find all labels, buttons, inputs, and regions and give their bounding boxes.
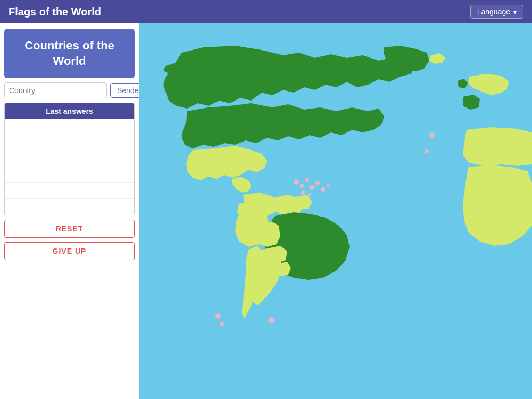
answers-list [5, 119, 134, 215]
input-row: Senden [4, 82, 135, 98]
caribbean-dot [321, 187, 325, 192]
caribbean-dot [327, 184, 330, 187]
chevron-down-icon [513, 7, 517, 16]
bolivia [259, 221, 280, 247]
atlantic-island [429, 132, 435, 138]
list-item [5, 183, 134, 199]
reset-button[interactable]: RESET [4, 220, 135, 238]
caribbean-dot [301, 190, 305, 195]
island-dot [220, 322, 224, 326]
last-answers-header: Last answers [5, 103, 134, 119]
app-header: Flags of the World Language [0, 0, 532, 23]
language-label: Language [477, 7, 510, 16]
caribbean-dot [315, 181, 320, 185]
list-item [5, 135, 134, 151]
africa-right [463, 165, 532, 246]
island-dot [215, 313, 221, 319]
atlantic-island [425, 149, 429, 153]
quiz-title: Countries of the World [4, 29, 135, 78]
map-svg [139, 23, 532, 399]
list-item [5, 119, 134, 135]
caribbean-dot [294, 179, 299, 185]
last-answers-box: Last answers [4, 103, 135, 215]
sidebar: Countries of the World Senden Last answe… [0, 23, 139, 399]
giveup-button[interactable]: GIVE UP [4, 242, 135, 260]
app-title: Flags of the World [9, 6, 101, 18]
country-input[interactable] [4, 82, 107, 98]
list-item [5, 199, 134, 215]
island-dot-south [268, 317, 275, 323]
caribbean-dot [300, 184, 304, 188]
list-item [5, 167, 134, 183]
north-africa [463, 127, 532, 166]
world-map [139, 23, 532, 399]
main-content: Countries of the World Senden Last answe… [0, 23, 532, 399]
caribbean-dot [305, 178, 309, 182]
list-item [5, 151, 134, 167]
caribbean-dot [310, 185, 315, 190]
language-button[interactable]: Language [470, 5, 523, 19]
caribbean-dot [308, 193, 311, 196]
